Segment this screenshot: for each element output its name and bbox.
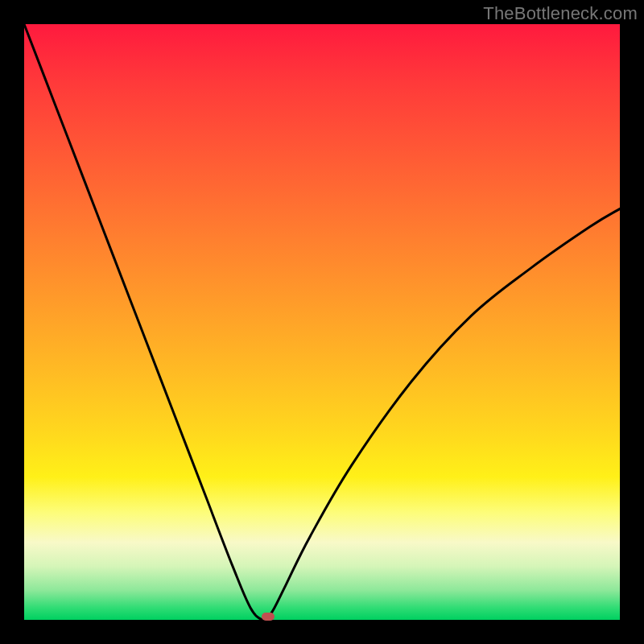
watermark-text: TheBottleneck.com xyxy=(483,3,638,24)
chart-frame: TheBottleneck.com xyxy=(0,0,644,644)
plot-area xyxy=(24,24,620,620)
bottleneck-curve xyxy=(24,24,620,620)
bottleneck-marker xyxy=(262,613,275,621)
